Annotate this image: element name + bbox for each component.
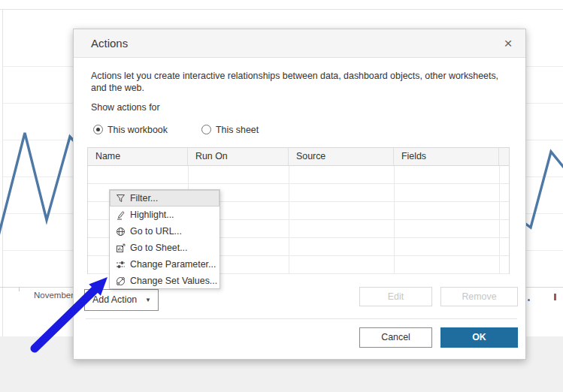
table-header-row: Name Run On Source Fields [88,148,509,166]
radio-this-workbook-label[interactable]: This workbook [107,125,168,135]
menu-item-change-parameter[interactable]: Change Parameter... [110,256,219,273]
menu-item-go-to-sheet[interactable]: Go to Sheet... [110,240,219,256]
menu-item-label: Change Set Values... [130,276,217,286]
chevron-down-icon: ▼ [145,290,151,310]
radio-this-workbook[interactable] [93,125,103,134]
column-header-run-on[interactable]: Run On [188,148,289,165]
close-icon[interactable]: × [500,35,516,52]
add-action-button[interactable]: Add Action ▼ [84,289,159,311]
tableau-worksheet-page: November Actions × Actions let you creat… [0,0,563,392]
radio-this-sheet[interactable] [201,125,211,134]
change-set-values-icon [115,276,126,286]
chart-mark-dot [528,299,530,301]
go-to-sheet-icon [115,243,126,253]
show-actions-for-label: Show actions for [91,102,160,113]
footer-divider [86,318,517,319]
table-column-separator [499,166,500,274]
dialog-title: Actions [91,29,128,58]
column-header-name[interactable]: Name [88,148,188,165]
table-column-separator [289,166,289,274]
globe-icon [115,226,126,237]
menu-item-label: Go to Sheet... [130,243,187,253]
description-line-2: and the web. [91,82,519,94]
menu-item-go-to-url[interactable]: Go to URL... [110,223,219,240]
add-action-dropdown-menu: Filter... Highlight... Go to URL... Go t… [109,189,220,289]
chart-line-left-segment [0,133,78,236]
radio-this-sheet-label[interactable]: This sheet [216,125,259,135]
x-axis-month-label: November [34,291,74,300]
scope-radio-group: This workbook This sheet [74,125,525,137]
column-header-spacer [499,148,509,165]
cancel-button[interactable]: Cancel [359,327,432,348]
column-header-fields[interactable]: Fields [394,148,499,165]
change-parameter-icon [115,259,126,270]
remove-button[interactable]: Remove [440,287,518,306]
column-header-source[interactable]: Source [289,148,394,165]
edit-button[interactable]: Edit [359,287,432,306]
table-column-separator [394,166,395,274]
filter-icon [115,193,126,204]
menu-item-label: Highlight... [130,210,174,220]
menu-item-label: Change Parameter... [130,259,216,270]
chart-line-right-segment [522,152,563,228]
table-row-separator [88,183,509,184]
description-line-1: Actions let you create interactive relat… [91,70,519,82]
menu-item-highlight[interactable]: Highlight... [110,207,219,223]
add-action-label: Add Action [92,290,137,310]
dialog-description: Actions let you create interactive relat… [91,70,519,94]
dialog-titlebar[interactable]: Actions × [74,29,525,58]
partial-axis-label [554,294,556,300]
menu-item-label: Go to URL... [130,226,182,237]
ok-button[interactable]: OK [440,327,518,348]
highlight-icon [115,210,126,220]
menu-item-change-set-values[interactable]: Change Set Values... [110,273,219,289]
menu-item-filter[interactable]: Filter... [110,190,219,207]
menu-item-label: Filter... [130,193,158,204]
